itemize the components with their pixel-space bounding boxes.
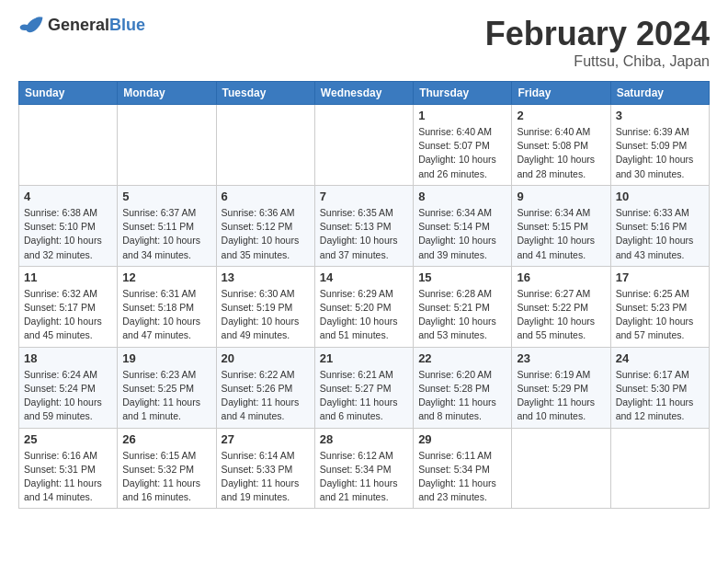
- header-row: SundayMondayTuesdayWednesdayThursdayFrid…: [19, 82, 710, 105]
- day-info: Sunrise: 6:30 AM Sunset: 5:19 PM Dayligh…: [222, 287, 310, 343]
- day-number: 18: [24, 351, 112, 365]
- calendar-subtitle: Futtsu, Chiba, Japan: [485, 53, 710, 70]
- day-number: 23: [517, 351, 605, 365]
- day-info: Sunrise: 6:21 AM Sunset: 5:27 PM Dayligh…: [320, 368, 408, 424]
- day-cell: [610, 428, 709, 509]
- day-info: Sunrise: 6:24 AM Sunset: 5:24 PM Dayligh…: [24, 368, 112, 424]
- day-number: 28: [320, 432, 408, 446]
- day-cell: [19, 105, 118, 186]
- day-cell: [118, 105, 216, 186]
- day-info: Sunrise: 6:16 AM Sunset: 5:31 PM Dayligh…: [24, 449, 112, 505]
- day-cell: 15Sunrise: 6:28 AM Sunset: 5:21 PM Dayli…: [414, 266, 512, 347]
- day-info: Sunrise: 6:27 AM Sunset: 5:22 PM Dayligh…: [517, 287, 605, 343]
- header-day-sunday: Sunday: [19, 82, 118, 105]
- day-cell: 20Sunrise: 6:22 AM Sunset: 5:26 PM Dayli…: [216, 347, 314, 428]
- calendar-header: SundayMondayTuesdayWednesdayThursdayFrid…: [19, 82, 710, 105]
- day-cell: 18Sunrise: 6:24 AM Sunset: 5:24 PM Dayli…: [19, 347, 118, 428]
- day-cell: [314, 105, 413, 186]
- day-cell: 11Sunrise: 6:32 AM Sunset: 5:17 PM Dayli…: [19, 266, 118, 347]
- day-info: Sunrise: 6:35 AM Sunset: 5:13 PM Dayligh…: [320, 206, 408, 262]
- day-number: 4: [24, 190, 112, 203]
- day-number: 15: [418, 270, 506, 284]
- day-cell: 13Sunrise: 6:30 AM Sunset: 5:19 PM Dayli…: [216, 266, 314, 347]
- day-number: 21: [320, 351, 408, 365]
- day-number: 5: [122, 190, 210, 203]
- day-info: Sunrise: 6:25 AM Sunset: 5:23 PM Dayligh…: [616, 287, 704, 343]
- week-row-1: 4Sunrise: 6:38 AM Sunset: 5:10 PM Daylig…: [19, 185, 710, 266]
- day-cell: [216, 105, 314, 186]
- day-cell: 21Sunrise: 6:21 AM Sunset: 5:27 PM Dayli…: [314, 347, 413, 428]
- day-info: Sunrise: 6:40 AM Sunset: 5:08 PM Dayligh…: [517, 125, 605, 181]
- header-day-saturday: Saturday: [610, 82, 709, 105]
- day-number: 13: [222, 270, 310, 284]
- day-number: 26: [122, 432, 210, 446]
- day-number: 3: [616, 109, 704, 122]
- day-info: Sunrise: 6:34 AM Sunset: 5:15 PM Dayligh…: [517, 206, 605, 262]
- day-info: Sunrise: 6:20 AM Sunset: 5:28 PM Dayligh…: [418, 368, 506, 424]
- day-cell: 25Sunrise: 6:16 AM Sunset: 5:31 PM Dayli…: [19, 428, 118, 509]
- day-cell: 24Sunrise: 6:17 AM Sunset: 5:30 PM Dayli…: [610, 347, 709, 428]
- day-cell: 7Sunrise: 6:35 AM Sunset: 5:13 PM Daylig…: [314, 185, 413, 266]
- header: GeneralBlue February 2024 Futtsu, Chiba,…: [18, 15, 710, 70]
- day-cell: 6Sunrise: 6:36 AM Sunset: 5:12 PM Daylig…: [216, 185, 314, 266]
- header-day-tuesday: Tuesday: [216, 82, 314, 105]
- day-number: 19: [122, 351, 210, 365]
- day-number: 29: [418, 432, 506, 446]
- day-cell: 12Sunrise: 6:31 AM Sunset: 5:18 PM Dayli…: [118, 266, 216, 347]
- header-day-wednesday: Wednesday: [314, 82, 413, 105]
- day-info: Sunrise: 6:22 AM Sunset: 5:26 PM Dayligh…: [222, 368, 310, 424]
- day-cell: 16Sunrise: 6:27 AM Sunset: 5:22 PM Dayli…: [512, 266, 610, 347]
- day-info: Sunrise: 6:33 AM Sunset: 5:16 PM Dayligh…: [616, 206, 704, 262]
- calendar-table: SundayMondayTuesdayWednesdayThursdayFrid…: [18, 81, 710, 509]
- day-number: 8: [418, 190, 506, 203]
- logo-bird-icon: [18, 15, 44, 35]
- day-number: 6: [222, 190, 310, 203]
- day-number: 7: [320, 190, 408, 203]
- day-number: 16: [517, 270, 605, 284]
- title-block: February 2024 Futtsu, Chiba, Japan: [485, 15, 710, 70]
- day-info: Sunrise: 6:34 AM Sunset: 5:14 PM Dayligh…: [418, 206, 506, 262]
- day-info: Sunrise: 6:36 AM Sunset: 5:12 PM Dayligh…: [222, 206, 310, 262]
- day-info: Sunrise: 6:29 AM Sunset: 5:20 PM Dayligh…: [320, 287, 408, 343]
- day-number: 10: [616, 190, 704, 203]
- logo-blue: Blue: [109, 16, 145, 34]
- day-number: 17: [616, 270, 704, 284]
- header-day-thursday: Thursday: [414, 82, 512, 105]
- logo-general: General: [48, 16, 109, 34]
- day-info: Sunrise: 6:39 AM Sunset: 5:09 PM Dayligh…: [616, 125, 704, 181]
- day-info: Sunrise: 6:11 AM Sunset: 5:34 PM Dayligh…: [418, 449, 506, 505]
- day-cell: 17Sunrise: 6:25 AM Sunset: 5:23 PM Dayli…: [610, 266, 709, 347]
- day-info: Sunrise: 6:40 AM Sunset: 5:07 PM Dayligh…: [418, 125, 506, 181]
- day-info: Sunrise: 6:12 AM Sunset: 5:34 PM Dayligh…: [320, 449, 408, 505]
- day-info: Sunrise: 6:14 AM Sunset: 5:33 PM Dayligh…: [222, 449, 310, 505]
- day-number: 20: [222, 351, 310, 365]
- day-info: Sunrise: 6:31 AM Sunset: 5:18 PM Dayligh…: [122, 287, 210, 343]
- day-info: Sunrise: 6:19 AM Sunset: 5:29 PM Dayligh…: [517, 368, 605, 424]
- day-cell: 5Sunrise: 6:37 AM Sunset: 5:11 PM Daylig…: [118, 185, 216, 266]
- day-number: 27: [222, 432, 310, 446]
- day-cell: 14Sunrise: 6:29 AM Sunset: 5:20 PM Dayli…: [314, 266, 413, 347]
- week-row-2: 11Sunrise: 6:32 AM Sunset: 5:17 PM Dayli…: [19, 266, 710, 347]
- week-row-0: 1Sunrise: 6:40 AM Sunset: 5:07 PM Daylig…: [19, 105, 710, 186]
- day-number: 9: [517, 190, 605, 203]
- day-number: 25: [24, 432, 112, 446]
- calendar-body: 1Sunrise: 6:40 AM Sunset: 5:07 PM Daylig…: [19, 105, 710, 509]
- week-row-3: 18Sunrise: 6:24 AM Sunset: 5:24 PM Dayli…: [19, 347, 710, 428]
- calendar-title: February 2024: [485, 15, 710, 53]
- day-info: Sunrise: 6:15 AM Sunset: 5:32 PM Dayligh…: [122, 449, 210, 505]
- day-cell: 9Sunrise: 6:34 AM Sunset: 5:15 PM Daylig…: [512, 185, 610, 266]
- day-cell: 3Sunrise: 6:39 AM Sunset: 5:09 PM Daylig…: [610, 105, 709, 186]
- day-cell: 19Sunrise: 6:23 AM Sunset: 5:25 PM Dayli…: [118, 347, 216, 428]
- day-number: 1: [418, 109, 506, 122]
- day-info: Sunrise: 6:23 AM Sunset: 5:25 PM Dayligh…: [122, 368, 210, 424]
- day-info: Sunrise: 6:38 AM Sunset: 5:10 PM Dayligh…: [24, 206, 112, 262]
- day-cell: 26Sunrise: 6:15 AM Sunset: 5:32 PM Dayli…: [118, 428, 216, 509]
- day-number: 12: [122, 270, 210, 284]
- day-cell: 10Sunrise: 6:33 AM Sunset: 5:16 PM Dayli…: [610, 185, 709, 266]
- day-cell: 4Sunrise: 6:38 AM Sunset: 5:10 PM Daylig…: [19, 185, 118, 266]
- day-cell: 23Sunrise: 6:19 AM Sunset: 5:29 PM Dayli…: [512, 347, 610, 428]
- header-day-friday: Friday: [512, 82, 610, 105]
- day-cell: 22Sunrise: 6:20 AM Sunset: 5:28 PM Dayli…: [414, 347, 512, 428]
- day-number: 11: [24, 270, 112, 284]
- day-info: Sunrise: 6:28 AM Sunset: 5:21 PM Dayligh…: [418, 287, 506, 343]
